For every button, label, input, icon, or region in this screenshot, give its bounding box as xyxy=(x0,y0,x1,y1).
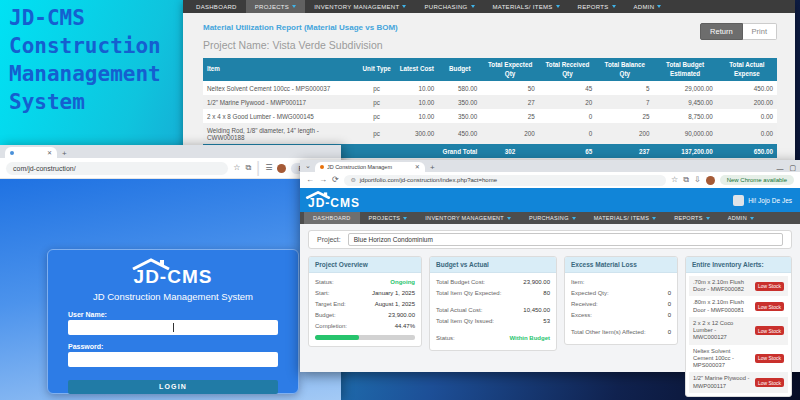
new-tab-icon[interactable]: + xyxy=(62,149,67,158)
table-cell: pc xyxy=(358,95,395,109)
address-bar[interactable]: com/jd-construction/ xyxy=(6,162,228,175)
chevron-down-icon xyxy=(402,5,406,8)
stat-row: Target End:August 1, 2025 xyxy=(315,298,415,309)
password-field[interactable] xyxy=(68,352,278,367)
return-button[interactable]: Return xyxy=(700,23,743,40)
nav-item-label: DASHBOARD xyxy=(196,4,237,10)
table-cell: pc xyxy=(358,81,395,95)
app-header: JD-CMS Hi! Jojo De Jes xyxy=(300,188,800,212)
nav-item-projects[interactable]: PROJECTS xyxy=(246,0,305,13)
table-cell: 0.00 xyxy=(717,123,777,144)
nav-item-label: PROJECTS xyxy=(369,215,401,221)
user-avatar[interactable] xyxy=(733,195,744,206)
nav-item-dashboard[interactable]: DASHBOARD xyxy=(304,212,360,224)
user-greeting: Hi! Jojo De Jes xyxy=(748,197,792,204)
nav-item-reports[interactable]: REPORTS xyxy=(665,212,719,224)
column-header: Latest Cost xyxy=(395,58,438,81)
table-cell: 7 xyxy=(596,95,653,109)
column-header: Total Balance Qty xyxy=(596,58,653,81)
table-cell: 450.00 xyxy=(717,81,777,95)
table-cell: 90,000.00 xyxy=(654,123,717,144)
low-stock-badge: Low Stock xyxy=(755,378,784,387)
login-subtitle: JD Construction Management System xyxy=(68,291,278,302)
username-field[interactable] xyxy=(68,320,278,335)
profile-avatar[interactable] xyxy=(277,164,286,173)
tab-favicon xyxy=(10,151,14,155)
minimize-icon[interactable]: — xyxy=(776,165,783,172)
table-cell: 580.00 xyxy=(438,81,481,95)
chevron-down-icon xyxy=(750,217,754,220)
low-stock-badge: Low Stock xyxy=(755,326,784,335)
nav-item-purchasing[interactable]: PURCHASING xyxy=(415,0,483,13)
bookmark-star-icon[interactable]: ☆ xyxy=(671,176,678,184)
stat-label: Total Other Item(s) Affected: xyxy=(571,329,646,335)
reading-list-icon[interactable]: ☰ xyxy=(265,164,272,172)
stat-value: January 1, 2025 xyxy=(372,290,415,296)
project-select[interactable]: Blue Horizon Condominium xyxy=(348,233,783,246)
table-cell: 1/2" Marine Plywood - MWP000117 xyxy=(203,95,358,109)
new-tab-icon[interactable]: + xyxy=(430,163,435,172)
alert-item-name: .70m x 2.10m Flush Door - MWF000082 xyxy=(693,279,751,293)
stat-value: 0 xyxy=(668,301,671,307)
address-bar[interactable]: ⊜ jdportfolio.com/jd-construction/index.… xyxy=(344,175,666,186)
report-navbar: DASHBOARDPROJECTSINVENTORY MANAGEMENTPUR… xyxy=(183,0,795,13)
browser-tab[interactable]: JD Construction Managem ✕ xyxy=(315,162,425,172)
refresh-icon[interactable]: ⟳ xyxy=(332,176,339,184)
browser-tab[interactable]: ✕ xyxy=(5,147,57,158)
column-header: Total Received Qty xyxy=(539,58,596,81)
forward-icon[interactable]: → xyxy=(319,176,327,184)
nav-item-inventory-management[interactable]: INVENTORY MANAGEMENT xyxy=(305,0,415,13)
table-cell: 350.00 xyxy=(438,109,481,123)
stat-label: Expected Qty: xyxy=(571,290,609,296)
nav-item-dashboard[interactable]: DASHBOARD xyxy=(187,0,246,13)
stat-value: 23,900.00 xyxy=(523,279,550,285)
login-button[interactable]: LOGIN xyxy=(68,380,278,394)
site-info-icon[interactable]: ⊜ xyxy=(351,177,356,183)
nav-item-reports[interactable]: REPORTS xyxy=(569,0,625,13)
nav-item-purchasing[interactable]: PURCHASING xyxy=(520,212,585,224)
stat-label: Total Item Qty Expected: xyxy=(436,290,501,296)
download-icon[interactable]: ⇩ xyxy=(694,176,701,184)
close-icon[interactable]: ✕ xyxy=(415,164,420,170)
grand-total-value: 237 xyxy=(596,144,653,158)
nav-item-admin[interactable]: ADMIN xyxy=(625,0,671,13)
column-header: Total Actual Expense xyxy=(717,58,777,81)
login-form: User Name: Password: LOGIN xyxy=(68,311,278,394)
maximize-icon[interactable]: ▢ xyxy=(789,164,796,172)
table-cell: 5 xyxy=(596,81,653,95)
table-cell: 8,750.00 xyxy=(654,109,717,123)
table-cell: 45 xyxy=(539,81,596,95)
chrome-update-button[interactable]: New Chrome available xyxy=(720,175,794,185)
tab-search-icon[interactable]: ⌄ xyxy=(305,162,311,170)
profile-avatar[interactable] xyxy=(706,176,715,185)
app-logo: JD-CMS xyxy=(134,258,213,286)
login-tabstrip: ✕ + xyxy=(0,145,341,158)
close-icon[interactable]: ✕ xyxy=(47,150,52,156)
stat-row: Status:Within Budget xyxy=(436,333,550,344)
grand-total-value: 137,200.00 xyxy=(654,144,717,158)
column-header: Budget xyxy=(438,58,481,81)
stat-row: Excess:0 xyxy=(571,310,671,321)
table-cell: 27 xyxy=(481,95,538,109)
print-button[interactable]: Print xyxy=(743,23,777,40)
report-title: Material Utilization Report (Material Us… xyxy=(203,23,777,32)
extensions-icon[interactable]: ⧉ xyxy=(683,176,689,184)
bookmark-star-icon[interactable]: ☆ xyxy=(233,164,240,172)
nav-item-admin[interactable]: ADMIN xyxy=(719,212,763,224)
stat-value: 0 xyxy=(668,290,671,296)
column-header: Unit Type xyxy=(358,58,395,81)
back-icon[interactable]: ← xyxy=(306,176,314,184)
table-cell: 450.00 xyxy=(438,123,481,144)
roof-icon xyxy=(131,258,177,270)
nav-item-materials-items[interactable]: MATERIALS/ ITEMS xyxy=(585,212,665,224)
progress-fill xyxy=(315,335,359,340)
login-browser-window: ✕ + com/jd-construction/ ☆ ⧉ | ☰ Relaunc… xyxy=(0,145,341,400)
dashboard-tabstrip: ⌄ JD Construction Managem ✕ + — ▢ xyxy=(300,160,800,172)
extensions-icon[interactable]: ⧉ xyxy=(245,164,251,172)
nav-item-projects[interactable]: PROJECTS xyxy=(360,212,417,224)
alert-item-name: Neltex Solvent Cement 100cc - MPS000037 xyxy=(693,348,751,370)
nav-item-materials-items[interactable]: MATERIALS/ ITEMS xyxy=(484,0,569,13)
project-overview-card: Project Overview Status:OngoingStart:Jan… xyxy=(308,256,422,347)
stat-value: 80 xyxy=(543,290,550,296)
nav-item-inventory-management[interactable]: INVENTORY MANAGEMENT xyxy=(416,212,520,224)
